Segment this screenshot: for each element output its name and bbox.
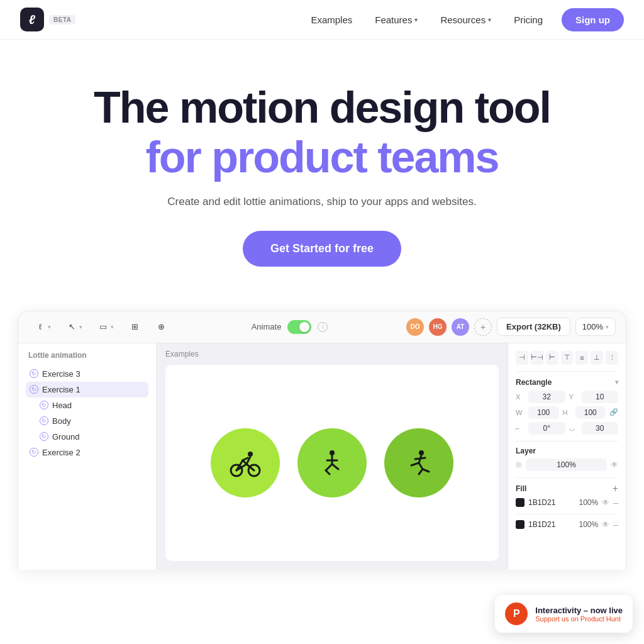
pointer-chevron-icon: ▾ (79, 324, 82, 330)
opacity-value[interactable]: 100% (526, 458, 607, 471)
zoom-chevron-icon: ▾ (606, 324, 609, 330)
animate-toggle[interactable] (287, 320, 311, 334)
features-chevron-icon: ▾ (414, 16, 418, 23)
w-value[interactable]: 100 (528, 406, 559, 419)
pointer-tool-button[interactable]: ↖ ▾ (60, 318, 89, 336)
navbar: ℓ BETA Examples Features ▾ Resources ▾ P… (0, 0, 644, 40)
tree-label-head: Head (52, 401, 72, 410)
color-hex-2: 1B1D21 (528, 520, 575, 529)
radius-value[interactable]: 30 (582, 422, 619, 435)
nav-features[interactable]: Features ▾ (366, 9, 426, 30)
left-panel: Lottie animation Exercise 3 Exercise 1 H… (18, 343, 157, 570)
x-value[interactable]: 32 (528, 391, 565, 403)
align-left-btn[interactable]: ⊣ (516, 351, 528, 365)
frame-icon: ▭ (97, 321, 109, 333)
color-swatch-1[interactable] (516, 498, 525, 507)
tree-item-exercise1[interactable]: Exercise 1 (26, 382, 148, 397)
y-label: Y (569, 393, 578, 401)
pointer-icon: ↖ (66, 321, 77, 333)
color-pct-2: 100% (579, 520, 599, 529)
shape-section: Rectangle ▾ X 32 Y 10 W 100 H 100 🔗 (516, 378, 618, 435)
wh-row: W 100 H 100 🔗 (516, 406, 618, 419)
logo-chevron-icon: ▾ (48, 324, 51, 330)
hero-section: The motion design tool for product teams… (0, 40, 644, 286)
align-center-v-btn[interactable]: ≡ (575, 351, 588, 365)
logo-icon[interactable]: ℓ (20, 8, 44, 31)
export-label: Export (32KB) (506, 322, 561, 331)
tree-item-ground[interactable]: Ground (26, 429, 148, 445)
signup-button[interactable]: Sign up (562, 8, 624, 31)
tree-icon-head (40, 401, 48, 409)
logo-wrap: ℓ BETA (20, 8, 75, 31)
toolbar-center: Animate i (173, 320, 406, 334)
mask-tool-button[interactable]: ⊕ (149, 318, 173, 336)
invite-button[interactable]: + (474, 318, 492, 336)
align-right-btn[interactable]: ⊢ (546, 351, 558, 365)
fill-add-button[interactable]: + (613, 483, 618, 494)
avatar-at: AT (452, 318, 469, 336)
h-value[interactable]: 100 (575, 406, 606, 419)
tree-item-exercise3[interactable]: Exercise 3 (26, 366, 148, 382)
right-panel: ⊣ ⊢⊣ ⊢ ⊤ ≡ ⊥ ⋮ Rectangle ▾ X 32 Y 10 (508, 343, 626, 570)
align-row: ⊣ ⊢⊣ ⊢ ⊤ ≡ ⊥ ⋮ (516, 351, 618, 372)
distribute-btn[interactable]: ⋮ (606, 351, 618, 365)
divider3 (516, 514, 618, 514)
fill-color-row1: 1B1D21 100% 👁 – (516, 497, 618, 508)
frame-tool-button[interactable]: ▭ ▾ (91, 318, 120, 336)
tree-item-body[interactable]: Body (26, 413, 148, 429)
logo-tool-button[interactable]: ℓ ▾ (28, 318, 57, 336)
component-tool-button[interactable]: ⊞ (123, 318, 147, 336)
corner-value[interactable]: 0° (528, 422, 565, 435)
color-eye-icon-1[interactable]: 👁 (602, 498, 609, 507)
shape-chevron-icon: ▾ (615, 379, 618, 386)
app-body: Lottie animation Exercise 3 Exercise 1 H… (18, 343, 626, 570)
tree-item-exercise2[interactable]: Exercise 2 (26, 445, 148, 460)
zoom-button[interactable]: 100% ▾ (575, 318, 616, 336)
tree-icon-ground (40, 432, 48, 441)
animate-info-icon[interactable]: i (318, 322, 328, 332)
zoom-value: 100% (582, 322, 603, 331)
cta-button[interactable]: Get Started for free (243, 231, 401, 267)
opacity-swatch: ◎ (516, 460, 522, 469)
canvas-label: Examples (165, 350, 199, 358)
layer-title-row: Layer (516, 447, 618, 455)
color-eye-icon-2[interactable]: 👁 (602, 520, 609, 529)
y-value[interactable]: 10 (582, 391, 619, 403)
hero-title-line1: The motion design tool (20, 84, 624, 132)
nav-examples[interactable]: Examples (302, 9, 361, 30)
exercise-circle-3 (384, 428, 453, 497)
mask-icon: ⊕ (155, 321, 167, 333)
exercise-circle-1 (211, 428, 280, 497)
opacity-eye-icon[interactable]: 👁 (611, 460, 618, 469)
lottie-logo-icon: ℓ (35, 321, 46, 333)
corner-label: ⌐ (516, 425, 525, 432)
notification-banner[interactable]: P Interactivity – now live Support us on… (495, 595, 633, 633)
align-center-h-btn[interactable]: ⊢⊣ (531, 351, 543, 365)
opacity-row: ◎ 100% 👁 (516, 458, 618, 471)
notification-text: Interactivity – now live Support us on P… (535, 606, 623, 623)
align-top-btn[interactable]: ⊤ (561, 351, 574, 365)
divider1 (516, 441, 618, 441)
nav-resources[interactable]: Resources ▾ (431, 9, 500, 30)
export-button[interactable]: Export (32KB) (497, 318, 570, 336)
toolbar-right: DO HG AT + Export (32KB) 100% ▾ (406, 318, 616, 336)
x-label: X (516, 393, 525, 401)
color-minus-btn-1[interactable]: – (613, 497, 618, 508)
color-swatch-2[interactable] (516, 520, 525, 529)
layer-label: Layer (516, 447, 536, 455)
hero-title-line2: for product teams (20, 132, 624, 183)
layer-section: Layer ◎ 100% 👁 (516, 447, 618, 471)
tree-icon-body (40, 416, 48, 425)
tree-icon-exercise3 (30, 369, 38, 378)
color-pct-1: 100% (579, 498, 599, 507)
resources-chevron-icon: ▾ (488, 16, 491, 23)
avatar-hg: HG (429, 318, 447, 336)
nav-pricing[interactable]: Pricing (505, 9, 552, 30)
align-bottom-btn[interactable]: ⊥ (591, 351, 603, 365)
toolbar-left: ℓ ▾ ↖ ▾ ▭ ▾ ⊞ ⊕ (28, 318, 173, 336)
lock-icon: 🔗 (609, 408, 618, 416)
avatar-do: DO (406, 318, 424, 336)
color-minus-btn-2[interactable]: – (613, 519, 618, 530)
tree-label-exercise3: Exercise 3 (42, 369, 80, 379)
tree-item-head[interactable]: Head (26, 397, 148, 413)
